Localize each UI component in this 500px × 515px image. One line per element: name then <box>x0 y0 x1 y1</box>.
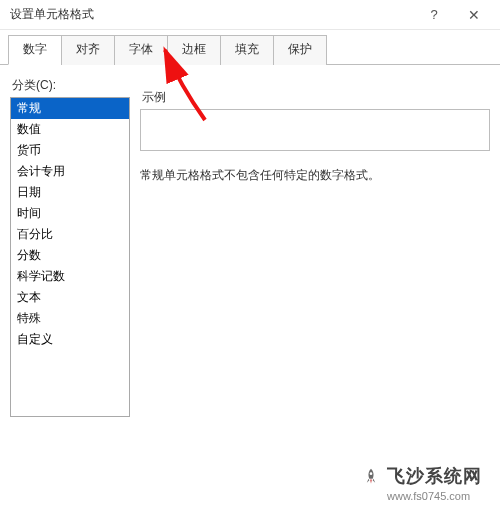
watermark-url: www.fs0745.com <box>387 489 482 503</box>
window-title: 设置单元格格式 <box>10 6 414 23</box>
tab-label: 填充 <box>235 42 259 56</box>
list-item[interactable]: 时间 <box>11 203 129 224</box>
list-item[interactable]: 分数 <box>11 245 129 266</box>
list-item-label: 自定义 <box>17 332 53 346</box>
tab-label: 数字 <box>23 42 47 56</box>
tab-align[interactable]: 对齐 <box>61 35 115 65</box>
tab-bar: 数字 对齐 字体 边框 填充 保护 <box>0 30 500 65</box>
tab-number[interactable]: 数字 <box>8 35 62 65</box>
tab-label: 边框 <box>182 42 206 56</box>
list-item[interactable]: 文本 <box>11 287 129 308</box>
tab-protect[interactable]: 保护 <box>273 35 327 65</box>
close-button[interactable]: ✕ <box>454 0 494 30</box>
list-item[interactable]: 常规 <box>11 98 129 119</box>
list-item-label: 科学记数 <box>17 269 65 283</box>
list-item-label: 常规 <box>17 101 41 115</box>
watermark: 飞沙系统网 www.fs0745.com <box>361 465 482 503</box>
list-item-label: 百分比 <box>17 227 53 241</box>
list-item-label: 数值 <box>17 122 41 136</box>
tab-fill[interactable]: 填充 <box>220 35 274 65</box>
list-item-label: 分数 <box>17 248 41 262</box>
category-column: 分类(C): 常规 数值 货币 会计专用 日期 时间 百分比 分数 科学记数 文… <box>10 75 130 417</box>
sample-box <box>140 109 490 151</box>
tab-font[interactable]: 字体 <box>114 35 168 65</box>
format-description: 常规单元格格式不包含任何特定的数字格式。 <box>140 167 490 184</box>
list-item-label: 会计专用 <box>17 164 65 178</box>
rocket-icon <box>361 467 381 487</box>
watermark-brand: 飞沙系统网 <box>387 465 482 488</box>
tab-border[interactable]: 边框 <box>167 35 221 65</box>
list-item-label: 时间 <box>17 206 41 220</box>
help-button[interactable]: ? <box>414 0 454 30</box>
list-item-label: 货币 <box>17 143 41 157</box>
sample-label: 示例 <box>142 89 490 106</box>
detail-column: 示例 常规单元格格式不包含任何特定的数字格式。 <box>140 75 490 417</box>
tab-label: 对齐 <box>76 42 100 56</box>
category-label: 分类(C): <box>12 77 130 94</box>
list-item[interactable]: 会计专用 <box>11 161 129 182</box>
list-item-label: 特殊 <box>17 311 41 325</box>
svg-point-0 <box>370 472 373 475</box>
list-item[interactable]: 科学记数 <box>11 266 129 287</box>
content-area: 分类(C): 常规 数值 货币 会计专用 日期 时间 百分比 分数 科学记数 文… <box>0 65 500 417</box>
list-item-label: 文本 <box>17 290 41 304</box>
list-item[interactable]: 特殊 <box>11 308 129 329</box>
list-item[interactable]: 百分比 <box>11 224 129 245</box>
category-listbox[interactable]: 常规 数值 货币 会计专用 日期 时间 百分比 分数 科学记数 文本 特殊 自定… <box>10 97 130 417</box>
tab-label: 保护 <box>288 42 312 56</box>
list-item[interactable]: 货币 <box>11 140 129 161</box>
list-item-label: 日期 <box>17 185 41 199</box>
titlebar: 设置单元格格式 ? ✕ <box>0 0 500 30</box>
list-item[interactable]: 日期 <box>11 182 129 203</box>
tab-label: 字体 <box>129 42 153 56</box>
list-item[interactable]: 自定义 <box>11 329 129 350</box>
list-item[interactable]: 数值 <box>11 119 129 140</box>
